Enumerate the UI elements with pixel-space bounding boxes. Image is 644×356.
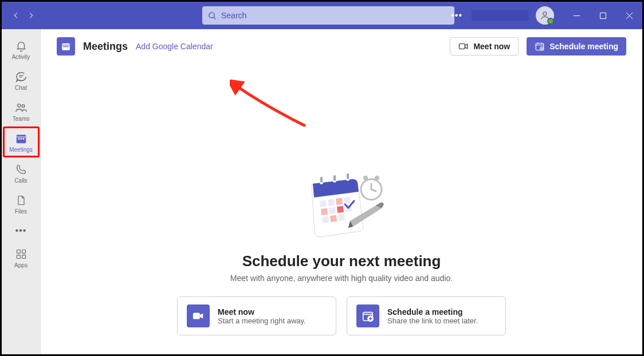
sidebar-item-calls[interactable]: Calls bbox=[3, 157, 40, 188]
svg-rect-39 bbox=[338, 214, 345, 221]
sidebar-item-activity[interactable]: Activity bbox=[3, 34, 40, 65]
forward-button[interactable] bbox=[25, 9, 37, 22]
maximize-icon bbox=[600, 13, 606, 19]
bell-icon bbox=[14, 39, 28, 53]
search-icon bbox=[208, 11, 217, 20]
sidebar-label: Meetings bbox=[9, 147, 33, 153]
svg-rect-33 bbox=[321, 208, 328, 215]
schedule-meeting-card[interactable]: Schedule a meeting Share the link to mee… bbox=[347, 296, 506, 335]
svg-rect-8 bbox=[22, 138, 24, 140]
card-title: Meet now bbox=[218, 307, 306, 317]
svg-rect-2 bbox=[600, 13, 606, 18]
apps-icon bbox=[14, 247, 28, 261]
svg-rect-24 bbox=[320, 177, 323, 183]
svg-point-0 bbox=[209, 12, 214, 17]
search-input[interactable]: Search bbox=[202, 6, 454, 25]
video-icon bbox=[187, 304, 210, 327]
add-google-calendar-link[interactable]: Add Google Calendar bbox=[136, 42, 213, 51]
ellipsis-icon: ••• bbox=[14, 224, 28, 238]
sidebar-item-teams[interactable]: Teams bbox=[3, 96, 40, 126]
more-options-button[interactable]: ••• bbox=[449, 8, 465, 23]
svg-rect-26 bbox=[333, 175, 336, 181]
schedule-meeting-button[interactable]: Schedule meeting bbox=[527, 37, 626, 56]
sidebar-label: Activity bbox=[12, 54, 30, 60]
back-button[interactable] bbox=[10, 9, 22, 22]
minimize-button[interactable] bbox=[563, 2, 590, 29]
meet-now-button[interactable]: Meet now bbox=[450, 37, 519, 56]
chat-icon bbox=[14, 70, 28, 84]
svg-rect-10 bbox=[22, 250, 25, 253]
svg-rect-15 bbox=[65, 46, 66, 47]
video-icon bbox=[458, 41, 469, 52]
meet-now-card[interactable]: Meet now Start a meeting right away. bbox=[177, 296, 336, 335]
svg-point-22 bbox=[375, 176, 379, 180]
chevron-left-icon bbox=[12, 11, 20, 19]
file-icon bbox=[14, 193, 28, 207]
svg-rect-12 bbox=[22, 255, 25, 258]
chevron-right-icon bbox=[27, 11, 35, 19]
svg-rect-38 bbox=[330, 215, 337, 222]
svg-point-1 bbox=[543, 12, 547, 15]
sidebar-label: Teams bbox=[13, 116, 29, 122]
main-content: Meetings Add Google Calendar Meet now Sc… bbox=[41, 29, 642, 354]
svg-rect-16 bbox=[67, 46, 68, 47]
svg-rect-11 bbox=[17, 255, 20, 258]
hero-subtitle: Meet with anyone, anywhere with high qua… bbox=[230, 274, 453, 283]
sidebar-item-chat[interactable]: Chat bbox=[3, 65, 40, 96]
calendar-add-icon bbox=[356, 304, 379, 327]
page-title: Meetings bbox=[83, 41, 128, 53]
sidebar-label: Chat bbox=[15, 85, 27, 91]
calendar-plus-icon bbox=[535, 41, 545, 52]
hero-title: Schedule your next meeting bbox=[242, 252, 441, 270]
people-icon bbox=[14, 101, 28, 114]
svg-rect-40 bbox=[193, 313, 200, 319]
svg-rect-9 bbox=[17, 250, 20, 253]
svg-rect-35 bbox=[337, 206, 344, 213]
card-subtitle: Start a meeting right away. bbox=[218, 317, 306, 325]
meet-now-label: Meet now bbox=[473, 42, 510, 51]
svg-rect-6 bbox=[18, 138, 19, 140]
svg-rect-32 bbox=[344, 197, 351, 204]
sidebar-item-more[interactable]: ••• bbox=[3, 219, 40, 242]
calendar-icon bbox=[14, 132, 28, 145]
phone-icon bbox=[14, 163, 28, 176]
svg-rect-30 bbox=[328, 199, 335, 206]
sidebar-item-files[interactable]: Files bbox=[3, 188, 40, 219]
svg-point-21 bbox=[363, 176, 368, 180]
sidebar-label: Apps bbox=[14, 262, 28, 268]
svg-rect-28 bbox=[347, 173, 349, 179]
svg-rect-14 bbox=[64, 46, 65, 47]
card-title: Schedule a meeting bbox=[387, 307, 478, 317]
sidebar-item-meetings[interactable]: Meetings bbox=[3, 126, 40, 157]
svg-point-3 bbox=[17, 104, 20, 107]
schedule-label: Schedule meeting bbox=[549, 42, 618, 51]
profile-button[interactable] bbox=[536, 6, 554, 25]
org-name-redacted bbox=[472, 10, 529, 21]
sidebar-item-apps[interactable]: Apps bbox=[3, 242, 40, 273]
sidebar-label: Files bbox=[15, 208, 27, 215]
maximize-button[interactable] bbox=[590, 2, 616, 29]
sidebar-label: Calls bbox=[14, 177, 27, 184]
app-sidebar: Activity Chat Teams Meetings Calls Files bbox=[2, 29, 41, 354]
svg-rect-34 bbox=[329, 207, 336, 214]
svg-rect-37 bbox=[322, 216, 329, 223]
svg-point-4 bbox=[22, 104, 25, 107]
search-placeholder: Search bbox=[221, 11, 246, 20]
page-header: Meetings Add Google Calendar Meet now Sc… bbox=[41, 29, 642, 64]
presence-available-icon bbox=[547, 18, 554, 25]
card-subtitle: Share the link to meet later. bbox=[387, 317, 478, 325]
minimize-icon bbox=[574, 13, 580, 19]
svg-rect-31 bbox=[336, 198, 343, 205]
title-bar: Search ••• bbox=[2, 2, 642, 29]
close-button[interactable] bbox=[616, 2, 642, 29]
svg-rect-29 bbox=[320, 200, 327, 207]
meetings-header-icon bbox=[57, 37, 75, 56]
hero-illustration bbox=[296, 172, 387, 241]
close-icon bbox=[626, 13, 633, 19]
svg-rect-17 bbox=[460, 44, 465, 49]
svg-rect-7 bbox=[20, 138, 22, 140]
